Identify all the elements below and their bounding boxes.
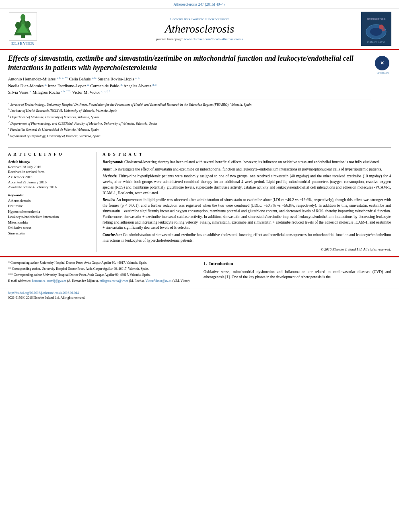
keyword-2: Ezetimibe [8, 203, 91, 209]
abstract-methods: Methods: Thirty-nine hyperlipidemic pati… [103, 174, 391, 196]
homepage-link[interactable]: www.elsevier.com/locate/atherosclerosis [184, 37, 243, 41]
aims-text: To investigate the effect of simvastatin… [113, 167, 382, 171]
svg-text:atherosclerosis: atherosclerosis [366, 17, 386, 20]
available-date: Available online 4 February 2016 [8, 185, 91, 190]
copyright-line: © 2016 Elsevier Ireland Ltd. All rights … [103, 247, 391, 252]
methods-text: Thirty-nine hyperlipidemic patients were… [103, 174, 391, 195]
affiliation-c: c Department of Medicine, University of … [8, 114, 371, 120]
journal-cover: atherosclerosis ISSN 0021-9150 [358, 12, 394, 46]
received-date: Received 28 July 2015 [8, 164, 91, 170]
abstract-results: Results: An improvement in lipid profile… [103, 197, 391, 231]
bottom-info: http://dx.doi.org/10.1016/j.atherosclero… [0, 288, 399, 303]
author-2: Celia Bañuls a, b, [69, 77, 96, 81]
keywords-list: Atherosclerosis Ezetimibe Hypercholester… [8, 198, 91, 236]
article-title: Effects of simvastatin, ezetimibe and si… [8, 54, 371, 73]
affiliations-block: a Service of Endocrinology, University H… [8, 99, 371, 139]
svg-text:ISSN 0021-9150: ISSN 0021-9150 [367, 41, 385, 43]
sciencedirect-link[interactable]: ScienceDirect [208, 17, 228, 21]
article-history: Article history: Received 28 July 2015 R… [8, 160, 91, 190]
cover-image: atherosclerosis ISSN 0021-9150 [361, 12, 391, 46]
journal-header: ELSEVIER Contents lists available at Sci… [0, 8, 399, 50]
two-column-layout: A R T I C L E I N F O Article history: R… [8, 148, 391, 252]
keyword-1: Atherosclerosis [8, 198, 91, 204]
author-6: Carmen de Pablo d, [90, 84, 122, 88]
elsevier-wordmark: ELSEVIER [11, 41, 35, 45]
background-text: Cholesterol-lowering therapy has been re… [124, 160, 380, 164]
abstract-body: Background: Cholesterol-lowering therapy… [103, 160, 391, 252]
keyword-6: Oxidative stress [8, 225, 91, 231]
keywords-heading: Keywords: [8, 193, 91, 197]
author-9: Milagros Rocha a, b, ***, [33, 90, 71, 94]
abstract-background: Background: Cholesterol-lowering therapy… [103, 160, 391, 165]
article-title-section: Effects of simvastatin, ezetimibe and si… [8, 54, 391, 143]
methods-label: Methods: [103, 174, 117, 178]
keyword-3: Hypercholesterolemia [8, 209, 91, 215]
article-title-text: Effects of simvastatin, ezetimibe and si… [8, 54, 371, 140]
authors-block: Antonio Hernandez-Mijares a, b, c, **, C… [8, 76, 371, 96]
bottom-section: * Corresponding author. University Hospi… [0, 257, 399, 288]
journal-title: Atherosclerosis [165, 23, 234, 35]
crossmark-section: ✕ CrossMark [375, 56, 391, 74]
abstract-column: A B S T R A C T Background: Cholesterol-… [103, 152, 391, 252]
top-bar: Atherosclerosis 247 (2016) 40–47 [0, 0, 399, 8]
svg-point-5 [25, 21, 31, 28]
author-4: Noelia Diaz-Morales a, [8, 84, 47, 88]
abstract-heading: A B S T R A C T [103, 152, 391, 156]
author-5: Irene Escribano-Lopez a, [47, 84, 89, 88]
doi-line: http://dx.doi.org/10.1016/j.atherosclero… [8, 291, 391, 296]
author-1: Antonio Hernandez-Mijares a, b, c, **, [8, 77, 69, 81]
results-text: An improvement in lipid profile was obse… [103, 198, 391, 230]
author-7: Angeles Alvarez d, e, [123, 84, 157, 88]
footnotes-col: * Corresponding author. University Hospi… [8, 261, 195, 285]
crossmark-label: CrossMark [375, 71, 391, 74]
accepted-date: Accepted 29 January 2016 [8, 180, 91, 185]
author-3: Susana Rovira-Llopis a, b, [98, 77, 140, 81]
affiliation-d: d Department of Pharmacology and CIBEReh… [8, 121, 371, 126]
elsevier-logo-section: ELSEVIER [5, 12, 41, 46]
journal-homepage: journal homepage: www.elsevier.com/locat… [156, 37, 243, 41]
keyword-5: Mitochondria [8, 220, 91, 226]
svg-point-12 [382, 28, 385, 31]
affiliation-e: e Fundación General de Universidad de Va… [8, 127, 371, 132]
results-label: Results: [103, 198, 115, 202]
elsevier-tree-logo [9, 12, 37, 41]
keyword-7: Simvastatin [8, 231, 91, 236]
email-addresses: E-mail addresses: hernandez_antmij@gva.e… [8, 279, 195, 283]
affiliation-b: b Institute of Health Research INCLIVA, … [8, 108, 371, 113]
revised-date: 23 October 2015 [8, 175, 91, 180]
issn-line: 0021-9150/© 2016 Elsevier Ireland Ltd. A… [8, 296, 391, 300]
introduction-col: 1. Introduction Oxidative stress, mitoch… [204, 261, 391, 285]
footnote-triple-star: *** Corresponding author. University Hos… [8, 273, 195, 277]
history-label: Article history: [8, 160, 91, 164]
introduction-heading: 1. Introduction [204, 261, 391, 267]
conclusion-label: Conclusion: [103, 233, 122, 237]
doi-link[interactable]: http://dx.doi.org/10.1016/j.atherosclero… [8, 291, 79, 295]
revised-label: Received in revised form [8, 169, 91, 175]
author-8: Silvia Veses a, [8, 90, 31, 94]
article-info-heading: A R T I C L E I N F O [8, 152, 91, 156]
aims-label: Aims: [103, 167, 112, 171]
keyword-4: Leukocyte/endothelium interaction [8, 214, 91, 220]
svg-point-6 [21, 14, 25, 21]
abstract-conclusion: Conclusion: Co-administration of simvast… [103, 232, 391, 244]
author-10: Victor M. Victor a, b, f, * [72, 90, 110, 94]
affiliation-f: f Department of Physiology, University o… [8, 133, 371, 139]
abstract-aims: Aims: To investigate the effect of simva… [103, 167, 391, 173]
keywords-section: Keywords: Atherosclerosis Ezetimibe Hype… [8, 193, 91, 236]
journal-info: Contents lists available at ScienceDirec… [45, 12, 354, 46]
introduction-text: Oxidative stress, mitochondrial dysfunct… [204, 269, 391, 281]
sciencedirect-line: Contents lists available at ScienceDirec… [171, 17, 229, 21]
article-info-column: A R T I C L E I N F O Article history: R… [8, 152, 97, 252]
footnote-star: * Corresponding author. University Hospi… [8, 261, 195, 265]
background-label: Background: [103, 160, 123, 164]
journal-citation: Atherosclerosis 247 (2016) 40–47 [173, 2, 226, 6]
affiliation-a: a Service of Endocrinology, University H… [8, 102, 371, 107]
main-content: Effects of simvastatin, ezetimibe and si… [0, 50, 399, 256]
conclusion-text: Co-administration of simvastatin and eze… [103, 233, 391, 242]
svg-point-4 [15, 22, 21, 29]
footnote-double-star: ** Corresponding author. University Hosp… [8, 267, 195, 271]
crossmark-icon[interactable]: ✕ [375, 56, 389, 70]
